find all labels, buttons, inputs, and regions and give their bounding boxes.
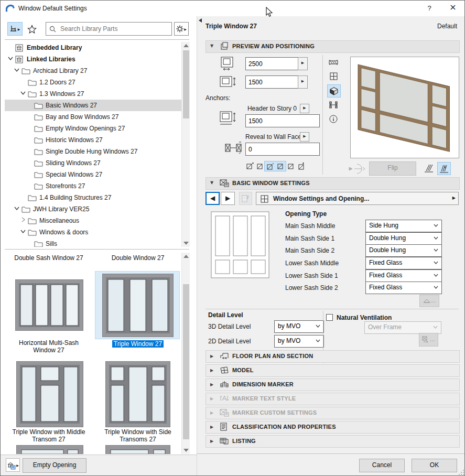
tree-item-windows-doors[interactable]: Windows & doors [5, 226, 181, 238]
scroll-up-arrow[interactable] [183, 253, 189, 259]
anchor-option-4-icon[interactable] [277, 163, 284, 170]
lower-sash-side1-select[interactable]: Fixed Glass [365, 269, 442, 282]
main-sash-side2-select[interactable]: Double Hung [365, 244, 442, 257]
collapse-panel-arrow-icon[interactable] [198, 18, 202, 23]
preview-mode-section-button[interactable] [327, 99, 340, 111]
anchor-option-1-icon[interactable] [246, 163, 254, 170]
thumb-label-middle-transom[interactable]: Triple Window with Middle Transom 27 [7, 428, 91, 443]
width-flyout-button[interactable]: ▶ [298, 57, 308, 70]
anchor-option-3-icon[interactable] [267, 163, 274, 170]
reveal-input[interactable] [245, 143, 320, 156]
thumbnail-middle-transom[interactable] [16, 361, 83, 427]
sash-options-button[interactable]: ... [419, 295, 439, 307]
scroll-up-arrow[interactable] [183, 42, 189, 49]
preview-mode-plan-button[interactable] [327, 56, 340, 68]
scroll-down-arrow[interactable] [183, 447, 189, 453]
tree-item-embedded-library[interactable]: Embedded Library [5, 42, 181, 53]
header-anchor-flyout-button[interactable]: ▶ [300, 104, 309, 113]
thumbnail-horizontal-multi-sash[interactable] [15, 279, 83, 331]
ventilation-options-button[interactable]: ... [419, 333, 438, 347]
tree-item-sliding-windows[interactable]: Sliding Windows 27 [5, 157, 181, 169]
detail-3d-select[interactable]: by MVO [274, 320, 324, 333]
thumb-label-double-sash[interactable]: Double Sash Window 27 [7, 254, 91, 262]
main-sash-middle-select[interactable]: Side Hung [365, 220, 442, 232]
wall-side-in-button[interactable] [437, 162, 451, 175]
tree-item-linked-libraries[interactable]: Linked Libraries [5, 53, 181, 65]
thumb-label-double-window[interactable]: Double Window 27 [96, 254, 180, 262]
next-page-button[interactable]: ▶ [221, 192, 235, 205]
collapse-triangle-icon: ▼ [210, 178, 213, 188]
tree-item-building-structures[interactable]: 1.4 Building Structures 27 [5, 192, 181, 203]
thumb-label-multi-sash[interactable]: Horizontal Multi-Sash Window 27 [7, 339, 91, 354]
tree-item-sills[interactable]: Sills [5, 238, 181, 247]
section-model[interactable]: ▶ MODEL [206, 364, 460, 377]
empty-opening-button[interactable]: Empty Opening [23, 458, 86, 473]
tree-item-empty-window-openings[interactable]: Empty Window Openings 27 [5, 123, 181, 134]
wall-side-out-button[interactable] [423, 162, 435, 174]
tree-item-special-windows[interactable]: Special Windows 27 [5, 169, 181, 180]
lower-sash-middle-select[interactable]: Fixed Glass [365, 257, 442, 269]
library-view-mode-button[interactable]: ▶ [7, 22, 23, 36]
main-sash-side1-select[interactable]: Double Hung [365, 232, 442, 245]
height-flyout-button[interactable]: ▶ [298, 75, 308, 89]
preview-mode-elevation-button[interactable] [327, 70, 340, 82]
tree-item-bay-bow-windows[interactable]: Bay and Bow Windows 27 [5, 111, 181, 123]
load-library-button[interactable]: ▶ [6, 458, 20, 472]
thumbnail-triple-window-selected[interactable] [95, 271, 180, 339]
ok-button[interactable]: OK [412, 459, 457, 472]
header-anchor-label: Header to Story 0 [245, 105, 297, 112]
tree-item-miscellaneous[interactable]: Miscellaneous [5, 215, 181, 226]
tree-item-historic-windows[interactable]: Historic Windows 27 [5, 134, 181, 146]
scrollbar-thumb[interactable] [183, 50, 189, 118]
tree-item-doors[interactable]: 1.2 Doors 27 [5, 77, 181, 88]
flip-button[interactable]: Flip [369, 161, 416, 176]
preview-mode-3d-button[interactable] [327, 84, 341, 98]
thumbnail-scrollbar[interactable] [181, 253, 190, 454]
favorites-button[interactable] [25, 22, 39, 36]
tree-scrollbar[interactable] [181, 42, 190, 247]
lower-sash-side2-select[interactable]: Fixed Glass [365, 282, 442, 294]
prev-page-button[interactable]: ◀ [206, 192, 220, 205]
ventilation-mode-select[interactable]: Over Frame [364, 321, 441, 334]
thumb-label-triple-window[interactable]: Triple Window 27 [96, 340, 180, 348]
settings-page-selector[interactable]: Window Settings and Opening... ▶ [256, 192, 459, 205]
reveal-flyout-button[interactable]: ▶ [300, 132, 309, 142]
library-settings-button[interactable]: ▶ [174, 22, 189, 36]
scrollbar-thumb[interactable] [183, 284, 189, 439]
preview-mode-info-button[interactable] [327, 113, 340, 125]
section-floor-plan[interactable]: ▶ FLOOR PLAN AND SECTION [206, 350, 460, 363]
detail-2d-select[interactable]: by MVO [274, 335, 324, 348]
thumbnail-partial-1[interactable] [16, 445, 83, 454]
window-height-input[interactable] [245, 75, 302, 89]
tree-item-single-double-hung[interactable]: Single Double Hung Windows 27 [5, 146, 181, 157]
thumbnail-partial-2[interactable] [105, 445, 170, 454]
natural-ventilation-checkbox[interactable] [326, 314, 333, 321]
tree-item-basic-windows[interactable]: Basic Windows 27 [5, 100, 181, 111]
section-preview-positioning[interactable]: ▼ PREVIEW AND POSITIONING [206, 40, 460, 53]
tree-item-windows[interactable]: 1.3 Windows 27 [5, 88, 181, 100]
anchor-option-6-icon[interactable] [298, 163, 305, 170]
close-button[interactable]: × [446, 2, 460, 13]
section-listing[interactable]: ▶ LISTING [206, 435, 460, 448]
window-width-input[interactable] [245, 57, 302, 70]
help-button[interactable]: ? [423, 3, 436, 14]
search-input[interactable] [59, 25, 168, 33]
anchor-option-5-icon[interactable] [287, 163, 295, 170]
anchor-option-2-icon[interactable] [256, 163, 264, 170]
thumbnail-side-transoms[interactable] [105, 361, 170, 427]
tree-item-storefronts[interactable]: Storefronts 27 [5, 180, 181, 192]
tree-item-jwh-library[interactable]: JWH Library VER25 [5, 203, 181, 215]
search-box[interactable] [46, 22, 172, 36]
panel-divider [5, 249, 189, 250]
thumb-label-side-transoms[interactable]: Triple Window with Side Transoms 27 [96, 428, 180, 443]
header-anchor-input[interactable] [245, 114, 320, 127]
section-dimension-marker[interactable]: ▶ DIMENSION MARKER [206, 378, 460, 391]
cancel-button[interactable]: Cancel [359, 459, 405, 472]
reveal-label: Reveal to Wall Face [245, 133, 297, 140]
section-classification-properties[interactable]: ▶ CLASSIFICATION AND PROPERTIES [206, 421, 460, 434]
transfer-settings-button[interactable] [239, 192, 252, 205]
scroll-down-arrow[interactable] [183, 240, 189, 246]
section-basic-window-settings[interactable]: ▼ BASIC WINDOW SETTINGS [206, 177, 460, 190]
resize-grip[interactable] [459, 470, 464, 475]
tree-item-archicad-library[interactable]: Archicad Library 27 [5, 65, 181, 77]
